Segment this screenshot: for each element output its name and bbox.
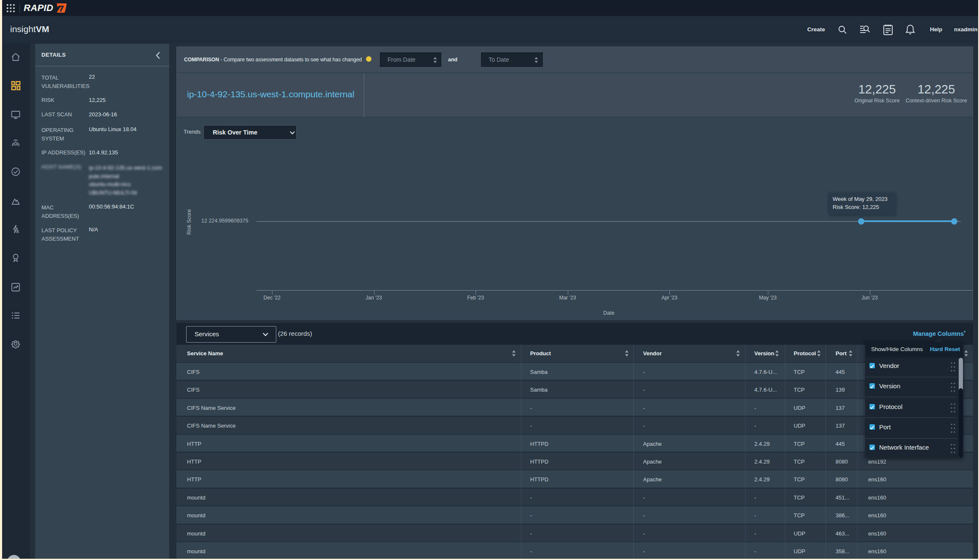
svg-text:A: A [16, 229, 19, 234]
